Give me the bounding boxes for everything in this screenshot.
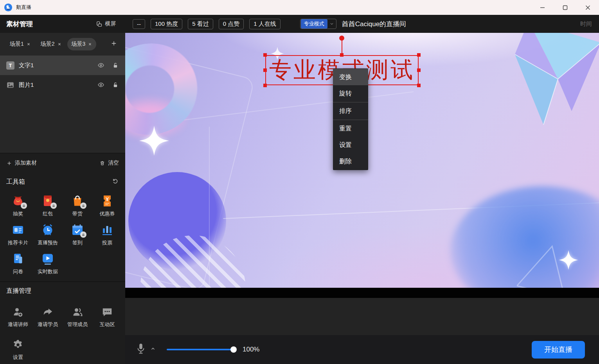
chevron-up-icon[interactable] bbox=[150, 346, 156, 353]
menu-item-delete[interactable]: 删除 bbox=[333, 153, 368, 170]
stat-views: 5 看过 bbox=[188, 19, 213, 29]
toolbox-section: 工具箱 抽奖 bbox=[0, 173, 125, 282]
tool-recommend-card[interactable]: 推荐卡片 bbox=[3, 221, 33, 249]
lock-badge-icon bbox=[50, 203, 57, 209]
tab-label: 场景3 bbox=[72, 41, 86, 48]
landscape-icon bbox=[96, 21, 103, 27]
bar-chart-icon bbox=[100, 223, 114, 237]
resize-handle[interactable] bbox=[417, 68, 421, 72]
menu-item-settings[interactable]: 设置 bbox=[333, 137, 368, 153]
tool-red-packet[interactable]: 红包 bbox=[33, 192, 63, 220]
decor-line bbox=[209, 127, 210, 288]
alarm-clock-icon bbox=[41, 223, 55, 237]
close-icon[interactable] bbox=[88, 42, 92, 46]
main-content: 场景1 场景2 场景3 T 文字1 bbox=[0, 33, 599, 364]
minimize-button[interactable] bbox=[531, 0, 554, 15]
gear-icon bbox=[12, 339, 24, 351]
resize-handle[interactable] bbox=[263, 84, 267, 87]
resize-handle[interactable] bbox=[263, 53, 267, 57]
decor-torus-ring bbox=[125, 33, 208, 145]
plus-icon bbox=[6, 160, 12, 166]
tool-realtime-data[interactable]: 实时数据 bbox=[33, 249, 63, 278]
rotation-stick bbox=[342, 40, 342, 54]
invite-student-button[interactable]: 邀请学员 bbox=[33, 303, 63, 331]
clear-label: 清空 bbox=[108, 160, 119, 167]
image-layer-icon bbox=[6, 81, 14, 89]
layer-item-image1[interactable]: 图片1 bbox=[0, 75, 125, 95]
tool-live-preview[interactable]: 直播预告 bbox=[33, 221, 63, 249]
unlock-icon[interactable] bbox=[112, 62, 119, 69]
context-menu: 变换 旋转 排序 重置 设置 删除 bbox=[333, 68, 368, 170]
toolbox-grid: 抽奖 红包 带货 bbox=[0, 191, 125, 282]
share-arrow-icon bbox=[42, 306, 54, 318]
microphone-icon[interactable] bbox=[136, 343, 146, 356]
tool-selling[interactable]: 带货 bbox=[63, 192, 92, 220]
resize-handle[interactable] bbox=[263, 68, 267, 72]
settings-button[interactable]: 设置 bbox=[3, 336, 33, 364]
landscape-mode-button[interactable]: 横屏 bbox=[96, 20, 116, 27]
mode-select-dropdown[interactable]: 专业模式 bbox=[300, 19, 336, 29]
interaction-zone-button[interactable]: 互动区 bbox=[92, 303, 122, 331]
start-live-button[interactable]: 开始直播 bbox=[532, 341, 585, 359]
unlock-icon[interactable] bbox=[112, 81, 119, 88]
shopping-bag-icon bbox=[70, 194, 85, 208]
landscape-label: 横屏 bbox=[105, 20, 116, 27]
clear-materials-button[interactable]: 清空 bbox=[99, 160, 119, 167]
add-scene-button[interactable] bbox=[110, 40, 117, 48]
close-icon[interactable] bbox=[27, 42, 31, 46]
resize-handle[interactable] bbox=[417, 84, 421, 87]
decor-line bbox=[223, 201, 599, 219]
decor-blue-circle bbox=[128, 172, 226, 270]
menu-item-transform[interactable]: 变换 bbox=[333, 69, 368, 85]
tool-check-in[interactable]: 签到 bbox=[63, 221, 92, 249]
menu-divider bbox=[333, 120, 368, 120]
stat-likes: 0 点赞 bbox=[219, 19, 244, 29]
menu-item-sort[interactable]: 排序 bbox=[333, 103, 368, 119]
visibility-eye-icon[interactable] bbox=[97, 62, 104, 69]
decor-crystal-prism bbox=[513, 33, 599, 131]
chevron-down-icon bbox=[328, 22, 336, 26]
layer-item-text1[interactable]: T 文字1 bbox=[0, 56, 125, 75]
tab-scene-2[interactable]: 场景2 bbox=[36, 38, 66, 50]
tool-survey[interactable]: 问卷 bbox=[3, 249, 33, 278]
card-icon bbox=[11, 223, 25, 237]
visibility-eye-icon[interactable] bbox=[97, 81, 104, 88]
layer-list-empty-area bbox=[0, 95, 125, 153]
live-stats: -- 100 热度 5 看过 0 点赞 1 人在线 bbox=[133, 19, 281, 29]
tool-coupon[interactable]: 优惠券 bbox=[92, 192, 122, 220]
tool-lottery[interactable]: 抽奖 bbox=[3, 192, 33, 220]
close-icon[interactable] bbox=[58, 42, 61, 46]
decor-blue-sphere bbox=[450, 186, 599, 288]
resize-handle[interactable] bbox=[417, 53, 421, 57]
decor-torus-rim bbox=[125, 95, 191, 142]
invite-teacher-button[interactable]: 邀请讲师 bbox=[3, 303, 33, 331]
decor-triangle-outline bbox=[517, 241, 576, 288]
bottom-control-bar: 100% 开始直播 bbox=[125, 335, 599, 364]
tab-label: 场景2 bbox=[41, 41, 55, 48]
volume-slider[interactable] bbox=[167, 346, 236, 353]
live-canvas[interactable]: 专业模式测试 变换 旋转 排序 bbox=[125, 33, 599, 288]
lock-badge-icon bbox=[80, 203, 86, 209]
decor-outline-rect bbox=[125, 40, 255, 288]
tab-scene-3[interactable]: 场景3 bbox=[67, 38, 97, 50]
stage: 专业模式测试 变换 旋转 排序 bbox=[125, 33, 599, 364]
rotation-handle[interactable] bbox=[339, 36, 344, 41]
menu-item-rotate[interactable]: 旋转 bbox=[333, 85, 368, 102]
lock-badge-icon bbox=[80, 231, 86, 238]
stat-network: -- bbox=[133, 19, 145, 29]
chat-bubble-icon bbox=[101, 306, 113, 318]
material-actions-row: 添加素材 清空 bbox=[0, 153, 125, 173]
tool-vote[interactable]: 投票 bbox=[92, 221, 122, 249]
tab-scene-1[interactable]: 场景1 bbox=[5, 38, 35, 50]
close-button[interactable] bbox=[576, 0, 599, 15]
menu-item-reset[interactable]: 重置 bbox=[333, 120, 368, 137]
survey-doc-icon bbox=[11, 252, 25, 266]
decor-line bbox=[125, 91, 414, 129]
layer-label: 文字1 bbox=[19, 62, 93, 69]
volume-thumb[interactable] bbox=[230, 346, 237, 353]
reset-icon[interactable] bbox=[112, 178, 119, 186]
manage-members-button[interactable]: 管理成员 bbox=[63, 303, 92, 331]
maximize-button[interactable] bbox=[554, 0, 576, 15]
add-material-button[interactable]: 添加素材 bbox=[6, 160, 37, 167]
stage-lower-area bbox=[125, 298, 599, 335]
